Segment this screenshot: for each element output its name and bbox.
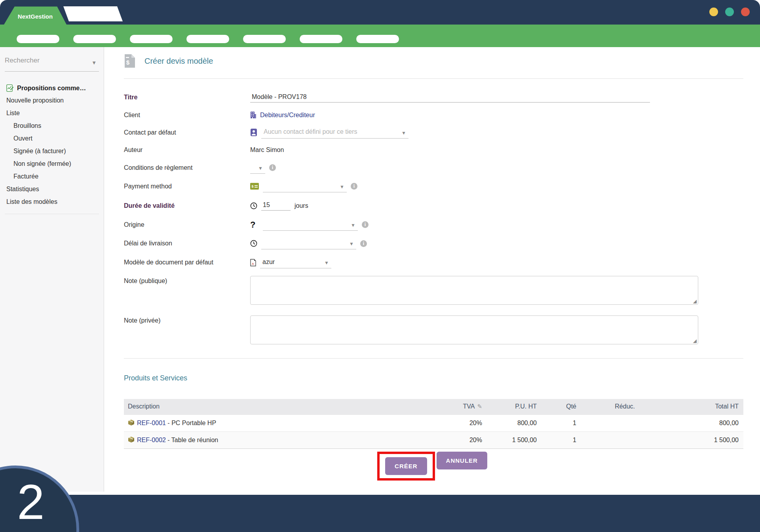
info-icon[interactable]: i — [360, 240, 367, 247]
product-ref-link[interactable]: REF-0002 — [137, 437, 166, 443]
resize-handle[interactable]: ◢ — [693, 338, 697, 344]
search-input[interactable] — [5, 57, 88, 65]
nav-pill[interactable] — [300, 35, 342, 43]
title-bar: NextGestion — [0, 0, 760, 25]
sidebar-item-signee[interactable]: Signée (à facturer) — [0, 145, 104, 158]
product-name: Table de réunion — [171, 437, 218, 443]
edit-pencil-icon[interactable]: ✎ — [477, 403, 482, 410]
nav-pill[interactable] — [73, 35, 116, 43]
sidebar: ▼ Propositions comme… Nouvelle propositi… — [0, 47, 104, 492]
nav-pill[interactable] — [356, 35, 399, 43]
company-icon — [250, 112, 256, 118]
product-box-icon — [128, 436, 135, 443]
chevron-down-icon: ▼ — [340, 184, 344, 190]
nav-pill[interactable] — [243, 35, 286, 43]
products-table: Description TVA✎ P.U. HT Qté Réduc. Tota… — [124, 399, 743, 449]
brand-label: NextGestion — [18, 11, 53, 20]
col-reduc[interactable]: Réduc. — [581, 399, 640, 414]
sidebar-item-ouvert[interactable]: Ouvert — [0, 132, 104, 145]
client-link[interactable]: Debiteurs/Crediteur — [260, 112, 315, 119]
table-row: REF-0002 - Table de réunion 20% 1 500,00… — [124, 431, 743, 448]
close-button[interactable] — [741, 8, 750, 16]
cancel-button[interactable]: ANNULER — [437, 452, 487, 469]
sidebar-item-liste-des-modeles[interactable]: Liste des modèles — [0, 196, 104, 208]
note-privee-textarea[interactable] — [250, 315, 698, 344]
contact-select-placeholder: Aucun contact défini pour ce tiers — [264, 128, 357, 135]
note-publique-textarea[interactable] — [250, 276, 698, 305]
window-controls — [709, 8, 750, 16]
doc-template-select[interactable]: azur ▼ — [260, 256, 331, 268]
svg-text:$: $ — [251, 184, 253, 188]
col-pu-ht[interactable]: P.U. HT — [487, 399, 542, 414]
duree-label: Durée de validité — [124, 202, 250, 209]
sidebar-item-non-signee[interactable]: Non signée (fermée) — [0, 158, 104, 170]
sidebar-item-statistiques[interactable]: Statistiques — [0, 183, 104, 196]
auteur-value: Marc Simon — [250, 146, 284, 154]
brand-tab[interactable]: NextGestion — [4, 6, 66, 25]
product-ref-link[interactable]: REF-0001 — [137, 420, 166, 426]
page-title: Créer devis modèle — [144, 57, 213, 66]
ref-name-separator: - — [166, 420, 171, 426]
clock-icon — [250, 240, 257, 247]
maximize-button[interactable] — [725, 8, 734, 16]
ref-name-separator: - — [166, 437, 171, 443]
duree-unit: jours — [294, 202, 308, 209]
product-name: PC Portable HP — [171, 420, 216, 426]
menu-pills — [17, 35, 399, 43]
sidebar-item-liste[interactable]: Liste — [0, 107, 104, 120]
col-description[interactable]: Description — [124, 399, 440, 414]
annotation-highlight: CRÉER — [377, 452, 435, 481]
col-total-ht[interactable]: Total HT — [640, 399, 743, 414]
contact-label: Contact par défaut — [124, 129, 250, 136]
info-icon[interactable]: i — [269, 164, 276, 171]
auteur-label: Auteur — [124, 146, 250, 154]
create-button[interactable]: CRÉER — [385, 457, 427, 475]
nav-pill[interactable] — [186, 35, 229, 43]
info-icon[interactable]: i — [351, 183, 357, 190]
col-qte[interactable]: Qté — [542, 399, 581, 414]
payment-label: Payment method — [124, 183, 250, 190]
sidebar-menu: Propositions comme… Nouvelle proposition… — [0, 82, 104, 214]
quote-document-icon: $ — [124, 54, 135, 68]
col-tva[interactable]: TVA✎ — [440, 399, 487, 414]
titre-input[interactable] — [252, 93, 648, 101]
cell-pu-ht: 800,00 — [487, 414, 542, 431]
main-content: $ Créer devis modèle Titre Client — [104, 47, 760, 495]
section-divider — [124, 358, 743, 359]
chevron-down-icon[interactable]: ▼ — [91, 60, 97, 66]
sidebar-section-label: Propositions comme… — [17, 85, 86, 92]
product-box-icon — [128, 419, 135, 426]
sidebar-item-nouvelle-proposition[interactable]: Nouvelle proposition — [0, 94, 104, 107]
contact-card-icon — [250, 129, 257, 136]
quote-form: Titre Client — [124, 88, 743, 351]
cell-reduc — [581, 431, 640, 448]
origine-select[interactable]: ▼ — [263, 219, 358, 231]
validity-days-input[interactable] — [263, 201, 289, 209]
products-section-title: Produits et Services — [124, 374, 187, 382]
active-tab-placeholder[interactable] — [63, 6, 123, 21]
table-row: REF-0001 - PC Portable HP 20% 800,00 1 8… — [124, 414, 743, 431]
delai-select[interactable]: ▼ — [261, 238, 356, 249]
chevron-down-icon: ▼ — [401, 130, 406, 136]
minimize-button[interactable] — [709, 8, 718, 16]
sidebar-divider — [5, 214, 99, 214]
delai-label: Délai de livraison — [124, 240, 250, 247]
cell-reduc — [581, 414, 640, 431]
products-header-row: Description TVA✎ P.U. HT Qté Réduc. Tota… — [124, 399, 743, 414]
info-icon[interactable]: i — [362, 221, 369, 228]
sidebar-item-brouillons[interactable]: Brouillons — [0, 120, 104, 132]
resize-handle[interactable]: ◢ — [693, 298, 697, 304]
nav-pill[interactable] — [17, 35, 59, 43]
main-menu-bar — [0, 25, 760, 47]
note-publique-label: Note (publique) — [124, 276, 250, 285]
cell-qte: 1 — [542, 431, 581, 448]
contact-select[interactable]: Aucun contact défini pour ce tiers ▼ — [261, 127, 408, 139]
payment-select[interactable]: ▼ — [263, 180, 347, 192]
conditions-select[interactable]: ▼ — [250, 162, 265, 174]
modele-doc-label: Modèle de document par défaut — [124, 259, 250, 266]
sidebar-item-facturee[interactable]: Facturée — [0, 170, 104, 183]
sidebar-section-propositions[interactable]: Propositions comme… — [0, 82, 104, 94]
nav-pill[interactable] — [130, 35, 173, 43]
cell-qte: 1 — [542, 414, 581, 431]
chevron-down-icon: ▼ — [258, 165, 263, 171]
